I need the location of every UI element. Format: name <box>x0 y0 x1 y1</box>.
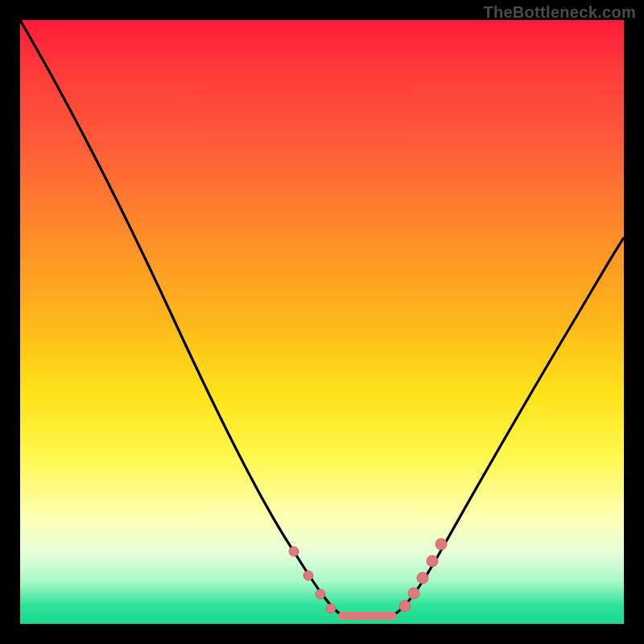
marker-left-4 <box>326 604 336 613</box>
bottleneck-curve-svg <box>20 20 624 624</box>
marker-right-4 <box>427 555 438 567</box>
chart-plot-area <box>20 20 624 624</box>
flat-band <box>338 612 397 620</box>
bottleneck-curve-path <box>20 20 624 614</box>
marker-right-2 <box>408 588 419 599</box>
marker-right-1 <box>399 601 411 612</box>
marker-left-2 <box>303 571 313 580</box>
marker-right-5 <box>436 539 447 550</box>
marker-right-3 <box>417 572 428 584</box>
watermark-text: TheBottleneck.com <box>483 3 636 22</box>
marker-left-1 <box>289 547 299 556</box>
marker-left-3 <box>316 589 325 599</box>
